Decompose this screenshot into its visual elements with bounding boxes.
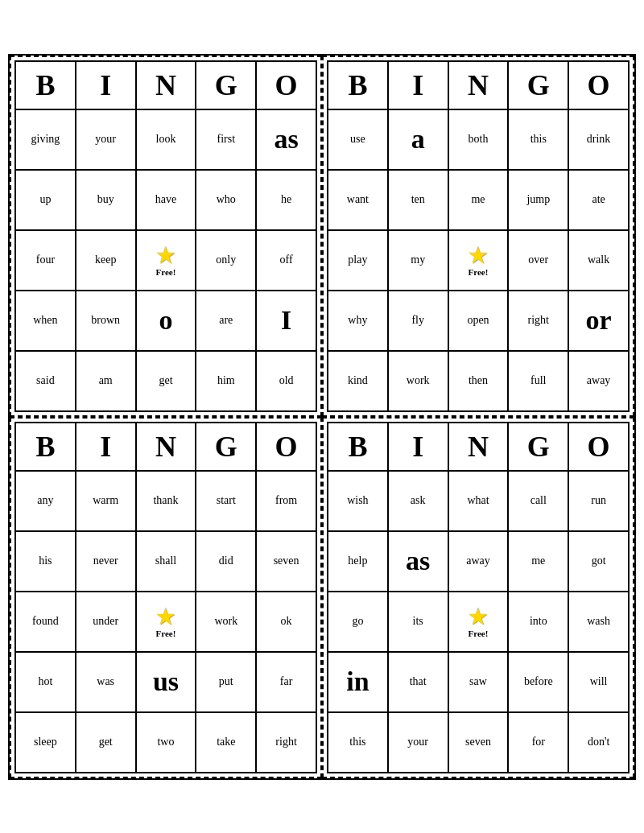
header-B: B <box>328 423 388 471</box>
word-cell-3-4: or <box>568 291 629 351</box>
free-space: ★Free! <box>448 592 509 652</box>
header-O: O <box>568 61 629 109</box>
word-cell-0-1: a <box>388 109 448 170</box>
header-B: B <box>328 61 388 109</box>
word-cell-3-0: when <box>15 291 76 351</box>
word-cell-1-2: shall <box>136 531 196 592</box>
word-cell-1-0: help <box>328 531 388 592</box>
header-G: G <box>508 61 568 109</box>
word-cell-0-0: wish <box>328 471 388 531</box>
word-cell-4-0: said <box>15 351 76 411</box>
large-word: or <box>586 305 612 335</box>
word-cell-0-0: giving <box>15 109 76 170</box>
word-cell-0-4: run <box>568 471 629 531</box>
word-cell-1-2: me <box>448 170 509 230</box>
header-N: N <box>448 423 509 471</box>
word-cell-4-4: away <box>568 351 629 411</box>
word-cell-3-2: saw <box>448 652 509 712</box>
word-cell-0-4: from <box>256 471 316 531</box>
word-cell-4-2: get <box>136 351 196 411</box>
word-cell-0-2: both <box>448 109 509 170</box>
word-cell-3-4: will <box>568 652 629 712</box>
free-label: Free! <box>469 629 489 638</box>
word-cell-1-1: as <box>388 531 448 592</box>
word-cell-1-1: ten <box>388 170 448 230</box>
bingo-page: BINGOgivingyourlookfirstasupbuyhavewhohe… <box>8 54 636 780</box>
word-cell-2-1: its <box>388 592 448 652</box>
word-cell-3-0: hot <box>15 652 76 712</box>
header-N: N <box>448 61 509 109</box>
word-cell-1-2: have <box>136 170 196 230</box>
word-cell-2-4: walk <box>568 230 629 291</box>
word-cell-0-1: warm <box>76 471 136 531</box>
word-cell-2-1: keep <box>76 230 136 291</box>
word-cell-4-0: this <box>328 712 388 773</box>
header-O: O <box>256 61 316 109</box>
header-G: G <box>196 61 256 109</box>
header-I: I <box>388 423 448 471</box>
word-cell-3-4: I <box>256 291 316 351</box>
word-cell-4-0: kind <box>328 351 388 411</box>
word-cell-3-1: that <box>388 652 448 712</box>
word-cell-2-1: my <box>388 230 448 291</box>
word-cell-3-3: before <box>508 652 568 712</box>
word-cell-3-1: was <box>76 652 136 712</box>
bingo-card-1: BINGOgivingyourlookfirstasupbuyhavewhohe… <box>10 56 322 417</box>
word-cell-3-2: us <box>136 652 196 712</box>
word-cell-4-3: take <box>196 712 256 773</box>
star-icon: ★ <box>155 243 176 267</box>
word-cell-0-2: thank <box>136 471 196 531</box>
word-cell-0-0: use <box>328 109 388 170</box>
word-cell-3-1: brown <box>76 291 136 351</box>
word-cell-4-1: your <box>388 712 448 773</box>
star-icon: ★ <box>467 604 489 629</box>
word-cell-0-4: as <box>256 109 316 170</box>
bingo-card-3: BINGOanywarmthankstartfromhisnevershalld… <box>10 417 322 778</box>
free-space: ★Free! <box>136 592 196 652</box>
word-cell-4-2: then <box>448 351 509 411</box>
word-cell-4-2: two <box>136 712 196 773</box>
word-cell-1-3: jump <box>508 170 568 230</box>
star-icon: ★ <box>467 243 489 267</box>
word-cell-1-2: away <box>448 531 509 592</box>
word-cell-0-1: ask <box>388 471 448 531</box>
large-word: as <box>274 124 298 154</box>
word-cell-3-3: put <box>196 652 256 712</box>
free-space: ★Free! <box>448 230 509 291</box>
word-cell-0-0: any <box>15 471 76 531</box>
word-cell-2-0: found <box>15 592 76 652</box>
word-cell-0-2: what <box>448 471 509 531</box>
word-cell-1-4: he <box>256 170 316 230</box>
word-cell-2-4: off <box>256 230 316 291</box>
word-cell-3-0: why <box>328 291 388 351</box>
bingo-card-4: BINGOwishaskwhatcallrunhelpasawaymegotgo… <box>322 417 634 778</box>
header-O: O <box>256 423 316 471</box>
word-cell-0-3: first <box>196 109 256 170</box>
word-cell-1-1: never <box>76 531 136 592</box>
header-G: G <box>508 423 568 471</box>
word-cell-0-3: this <box>508 109 568 170</box>
word-cell-2-1: under <box>76 592 136 652</box>
word-cell-4-4: old <box>256 351 316 411</box>
large-word: a <box>411 124 425 154</box>
word-cell-1-1: buy <box>76 170 136 230</box>
word-cell-4-1: work <box>388 351 448 411</box>
word-cell-2-3: into <box>508 592 568 652</box>
word-cell-1-0: up <box>15 170 76 230</box>
free-label: Free! <box>156 629 176 638</box>
header-O: O <box>568 423 629 471</box>
word-cell-1-4: got <box>568 531 629 592</box>
word-cell-4-3: him <box>196 351 256 411</box>
word-cell-0-3: start <box>196 471 256 531</box>
header-I: I <box>76 61 136 109</box>
word-cell-3-3: right <box>508 291 568 351</box>
header-B: B <box>15 61 76 109</box>
word-cell-1-4: seven <box>256 531 316 592</box>
word-cell-1-0: his <box>15 531 76 592</box>
word-cell-4-1: am <box>76 351 136 411</box>
free-label: Free! <box>156 267 176 277</box>
word-cell-2-3: work <box>196 592 256 652</box>
word-cell-2-0: play <box>328 230 388 291</box>
word-cell-2-3: over <box>508 230 568 291</box>
word-cell-1-3: did <box>196 531 256 592</box>
